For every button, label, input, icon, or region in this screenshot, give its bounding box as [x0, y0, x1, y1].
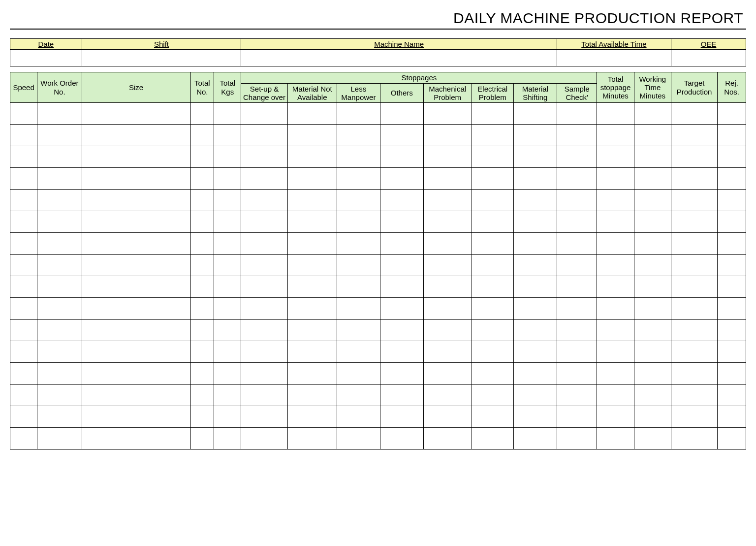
- table-cell[interactable]: [190, 406, 214, 428]
- table-cell[interactable]: [472, 298, 513, 320]
- table-cell[interactable]: [337, 255, 380, 276]
- table-cell[interactable]: [337, 406, 380, 428]
- table-cell[interactable]: [37, 385, 82, 406]
- table-cell[interactable]: [190, 363, 214, 385]
- table-cell[interactable]: [10, 385, 37, 406]
- table-cell[interactable]: [214, 255, 241, 276]
- table-cell[interactable]: [37, 406, 82, 428]
- table-cell[interactable]: [241, 146, 287, 168]
- table-cell[interactable]: [37, 103, 82, 125]
- table-cell[interactable]: [190, 320, 214, 341]
- table-cell[interactable]: [513, 341, 557, 363]
- table-cell[interactable]: [337, 103, 380, 125]
- table-cell[interactable]: [214, 168, 241, 190]
- table-cell[interactable]: [241, 341, 287, 363]
- table-cell[interactable]: [37, 168, 82, 190]
- table-cell[interactable]: [380, 190, 423, 211]
- table-cell[interactable]: [287, 255, 337, 276]
- table-cell[interactable]: [557, 363, 597, 385]
- table-cell[interactable]: [597, 341, 634, 363]
- info-input-machine-name[interactable]: [241, 50, 557, 66]
- table-cell[interactable]: [597, 320, 634, 341]
- table-cell[interactable]: [671, 341, 718, 363]
- table-cell[interactable]: [10, 146, 37, 168]
- table-cell[interactable]: [287, 103, 337, 125]
- table-cell[interactable]: [82, 320, 190, 341]
- table-cell[interactable]: [718, 298, 746, 320]
- table-cell[interactable]: [423, 211, 472, 233]
- table-cell[interactable]: [37, 233, 82, 255]
- table-cell[interactable]: [472, 363, 513, 385]
- info-input-shift[interactable]: [82, 50, 241, 66]
- table-cell[interactable]: [190, 233, 214, 255]
- table-cell[interactable]: [513, 363, 557, 385]
- table-cell[interactable]: [634, 363, 671, 385]
- table-cell[interactable]: [241, 211, 287, 233]
- table-cell[interactable]: [82, 168, 190, 190]
- table-cell[interactable]: [557, 233, 597, 255]
- table-cell[interactable]: [634, 168, 671, 190]
- table-cell[interactable]: [380, 298, 423, 320]
- table-cell[interactable]: [37, 190, 82, 211]
- table-cell[interactable]: [513, 320, 557, 341]
- table-cell[interactable]: [37, 125, 82, 146]
- table-cell[interactable]: [337, 341, 380, 363]
- table-cell[interactable]: [337, 190, 380, 211]
- table-cell[interactable]: [287, 428, 337, 450]
- table-cell[interactable]: [82, 146, 190, 168]
- table-cell[interactable]: [82, 125, 190, 146]
- table-cell[interactable]: [634, 233, 671, 255]
- table-cell[interactable]: [634, 406, 671, 428]
- table-cell[interactable]: [10, 125, 37, 146]
- table-cell[interactable]: [190, 298, 214, 320]
- table-cell[interactable]: [597, 233, 634, 255]
- table-cell[interactable]: [472, 428, 513, 450]
- table-cell[interactable]: [380, 276, 423, 298]
- info-input-oee[interactable]: [671, 50, 746, 66]
- table-cell[interactable]: [557, 320, 597, 341]
- table-cell[interactable]: [380, 146, 423, 168]
- table-cell[interactable]: [190, 103, 214, 125]
- table-cell[interactable]: [513, 406, 557, 428]
- table-cell[interactable]: [472, 341, 513, 363]
- table-cell[interactable]: [472, 190, 513, 211]
- table-cell[interactable]: [337, 298, 380, 320]
- table-cell[interactable]: [423, 276, 472, 298]
- table-cell[interactable]: [380, 320, 423, 341]
- table-cell[interactable]: [472, 211, 513, 233]
- table-cell[interactable]: [718, 190, 746, 211]
- table-cell[interactable]: [287, 406, 337, 428]
- table-cell[interactable]: [671, 168, 718, 190]
- table-cell[interactable]: [190, 125, 214, 146]
- table-cell[interactable]: [380, 363, 423, 385]
- table-cell[interactable]: [287, 125, 337, 146]
- table-cell[interactable]: [214, 211, 241, 233]
- table-cell[interactable]: [513, 385, 557, 406]
- table-cell[interactable]: [190, 255, 214, 276]
- table-cell[interactable]: [597, 298, 634, 320]
- table-cell[interactable]: [214, 125, 241, 146]
- info-input-date[interactable]: [10, 50, 82, 66]
- table-cell[interactable]: [513, 125, 557, 146]
- table-cell[interactable]: [513, 103, 557, 125]
- table-cell[interactable]: [82, 298, 190, 320]
- table-cell[interactable]: [634, 428, 671, 450]
- table-cell[interactable]: [423, 168, 472, 190]
- table-cell[interactable]: [37, 320, 82, 341]
- table-cell[interactable]: [10, 233, 37, 255]
- table-cell[interactable]: [37, 146, 82, 168]
- table-cell[interactable]: [513, 298, 557, 320]
- table-cell[interactable]: [557, 146, 597, 168]
- table-cell[interactable]: [214, 320, 241, 341]
- table-cell[interactable]: [82, 233, 190, 255]
- table-cell[interactable]: [82, 190, 190, 211]
- table-cell[interactable]: [423, 146, 472, 168]
- table-cell[interactable]: [337, 363, 380, 385]
- table-cell[interactable]: [241, 168, 287, 190]
- table-cell[interactable]: [671, 276, 718, 298]
- table-cell[interactable]: [597, 125, 634, 146]
- table-cell[interactable]: [337, 168, 380, 190]
- table-cell[interactable]: [671, 103, 718, 125]
- table-cell[interactable]: [597, 211, 634, 233]
- table-cell[interactable]: [337, 233, 380, 255]
